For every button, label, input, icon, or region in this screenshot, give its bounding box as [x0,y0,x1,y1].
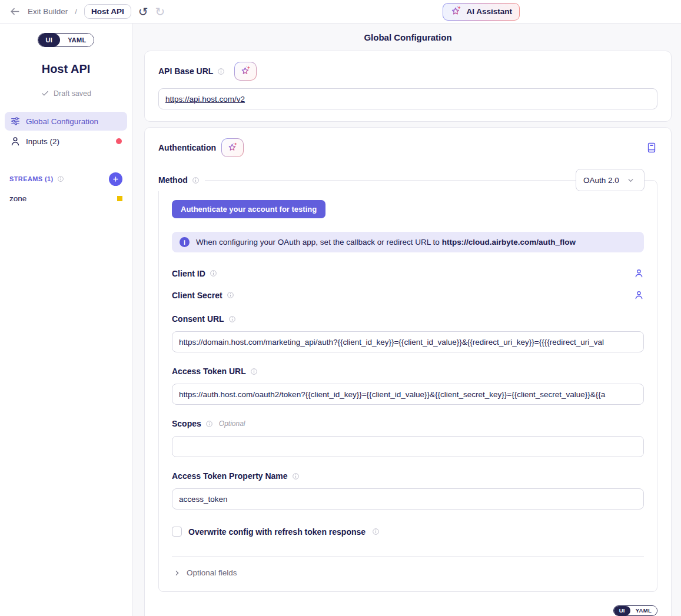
plus-icon [112,175,119,183]
ai-assistant-label: AI Assistant [466,7,512,16]
info-icon[interactable] [205,420,213,428]
back-icon[interactable] [9,6,21,17]
consent-url-input[interactable] [172,331,644,352]
banner-text: When configuring your OAuth app, set the… [196,238,576,247]
check-icon [41,89,49,98]
toggle-yaml[interactable]: YAML [60,34,94,46]
oauth-callback-banner: i When configuring your OAuth app, set t… [172,232,644,252]
info-filled-icon: i [180,237,190,247]
api-base-url-input[interactable] [158,88,657,109]
info-icon[interactable] [217,68,225,75]
scopes-input[interactable] [172,436,644,457]
scopes-label: Scopes [172,419,201,428]
ai-suggest-button[interactable] [221,138,244,157]
info-icon[interactable] [210,269,217,277]
sparkle-star-icon [240,66,251,76]
optional-tag: Optional [219,419,245,428]
access-token-property-label: Access Token Property Name [172,471,288,481]
access-token-property-field: Access Token Property Name [172,471,644,510]
api-base-url-card: API Base URL [144,51,672,122]
overwrite-config-row: Overwrite config with refresh token resp… [172,527,644,537]
sidebar-item-label: Inputs (2) [26,137,59,146]
method-label: Method [158,175,188,185]
docs-book-icon[interactable] [646,142,657,154]
connector-name-field[interactable]: Host API [84,4,131,19]
scopes-field: Scopes Optional [172,419,644,457]
add-stream-button[interactable] [109,172,122,186]
client-secret-row: Client Secret [172,290,644,300]
chevron-down-icon [626,176,635,185]
optional-fields-expander[interactable]: Optional fields [172,557,644,580]
consent-url-label: Consent URL [172,314,224,324]
method-selected-value: OAuth 2.0 [583,176,619,185]
access-token-url-field: Access Token URL [172,367,644,405]
user-input-icon[interactable] [634,290,644,300]
sidebar-item-inputs[interactable]: Inputs (2) [5,132,127,151]
exit-builder-link[interactable]: Exit Builder [28,7,68,16]
authenticate-button[interactable]: Authenticate your account for testing [172,200,325,218]
save-status-label: Draft saved [54,89,91,98]
sparkle-star-icon [227,142,238,153]
callback-url: https://cloud.airbyte.com/auth_flow [442,238,576,247]
info-icon[interactable] [227,291,234,299]
access-token-property-input[interactable] [172,488,644,510]
ai-suggest-button[interactable] [234,62,257,81]
consent-url-field: Consent URL [172,314,644,352]
sidebar-item-global-configuration[interactable]: Global Configuration [5,112,127,131]
authentication-title: Authentication [158,143,216,152]
save-status: Draft saved [0,89,132,98]
main-panel: Global Configuration API Base URL Authen… [132,24,681,616]
ai-assistant-button[interactable]: AI Assistant [443,3,520,21]
user-input-icon[interactable] [634,268,644,278]
sliders-icon [10,116,21,126]
person-icon [10,136,21,146]
access-token-url-input[interactable] [172,384,644,405]
client-id-label: Client ID [172,269,205,278]
access-token-url-label: Access Token URL [172,367,246,376]
oauth-group: Authenticate your account for testing i … [158,180,657,592]
client-id-row: Client ID [172,268,644,278]
sidebar-item-stream-zone[interactable]: zone [0,194,132,203]
info-icon[interactable] [292,472,300,480]
optional-fields-label: Optional fields [187,568,237,577]
redo-icon: ↻ [155,6,165,18]
warning-dot [117,196,122,201]
client-secret-label: Client Secret [172,291,222,300]
stream-name: zone [9,194,26,203]
undo-icon[interactable]: ↺ [138,6,148,18]
breadcrumb-separator: / [75,7,77,16]
toggle-ui[interactable]: UI [38,34,61,46]
chevron-right-icon [173,569,181,577]
api-base-url-label: API Base URL [158,66,213,76]
connector-title: Host API [0,62,132,76]
top-bar: Exit Builder / Host API ↺ ↻ AI Assistant [0,0,681,24]
streams-header: STREAMS (1) [9,175,54,182]
page-title: Global Configuration [144,24,672,51]
sidebar-item-label: Global Configuration [26,117,98,126]
info-icon[interactable] [250,368,258,375]
toggle-ui[interactable]: UI [614,606,630,615]
authentication-card: Authentication Method OAuth 2.0 [144,127,672,616]
info-icon[interactable] [57,175,64,182]
sidebar: UI YAML Host API Draft saved Global Conf… [0,24,132,616]
sparkle-star-icon [450,6,461,17]
info-icon[interactable] [228,315,236,323]
error-dot [116,138,122,144]
method-select[interactable]: OAuth 2.0 [576,169,645,191]
section-ui-yaml-toggle: UI YAML [613,605,657,616]
toggle-yaml[interactable]: YAML [630,606,657,615]
overwrite-config-checkbox[interactable] [172,527,182,537]
info-icon[interactable] [192,177,200,184]
ui-yaml-toggle: UI YAML [38,33,95,47]
info-icon[interactable] [372,528,380,535]
overwrite-config-label: Overwrite config with refresh token resp… [188,527,366,537]
